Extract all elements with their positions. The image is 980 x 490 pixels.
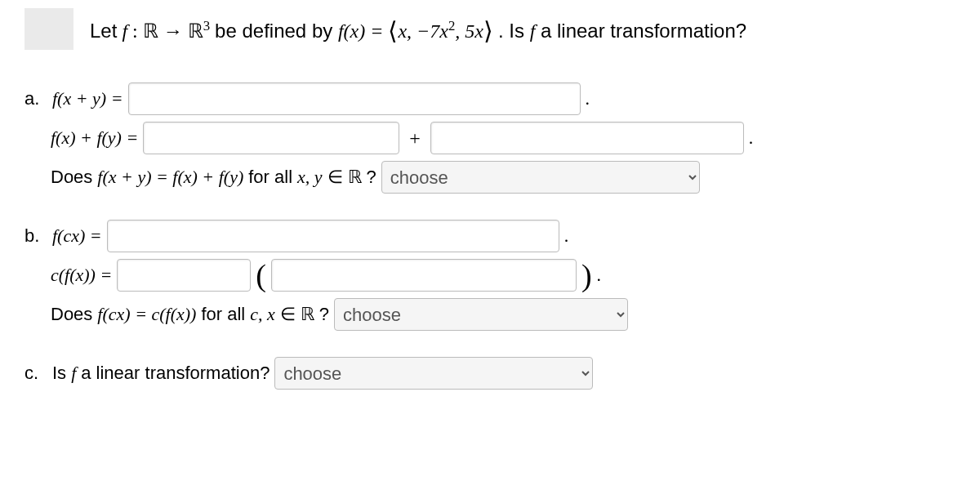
- part-c-label: c.: [24, 363, 47, 384]
- question-header: Let f : ℝ → ℝ3 be defined by f(x) = ⟨x, …: [24, 8, 956, 50]
- a-period-2: .: [749, 127, 754, 149]
- b-scalar-input[interactable]: [117, 259, 251, 292]
- c-choose-select[interactable]: choose: [274, 357, 593, 390]
- a-fy-input[interactable]: [430, 122, 744, 154]
- part-a-label: a.: [24, 88, 47, 109]
- a-line2-lhs: f(x) + f(y) =: [51, 127, 138, 149]
- a-line1-lhs: f(x + y) =: [52, 88, 123, 109]
- b-period-1: .: [564, 225, 569, 247]
- b-line2-lhs: c(f(x)) =: [51, 265, 112, 286]
- a-line3-eq: f(x + y) = f(x) + f(y): [97, 167, 243, 188]
- b-line3-eq: f(cx) = c(f(x)): [97, 304, 196, 325]
- a-fx-input[interactable]: [143, 122, 399, 154]
- a-period-1: .: [586, 88, 590, 109]
- part-b: b. f(cx) = . c(f(x)) = ( ). Does f(cx) =…: [24, 220, 956, 331]
- plus-sign: +: [409, 127, 421, 149]
- a-choose-select[interactable]: choose: [381, 161, 700, 194]
- header-prefix: Let: [90, 20, 117, 42]
- b-choose-select[interactable]: choose: [334, 298, 628, 331]
- a-fxy-input[interactable]: [128, 82, 581, 115]
- part-b-label: b.: [24, 225, 47, 247]
- part-c: c. Is f a linear transformation? choose: [24, 357, 956, 390]
- b-fcx-input[interactable]: [107, 220, 559, 252]
- part-a: a. f(x + y) = . f(x) + f(y) = + . Does f…: [24, 82, 956, 194]
- b-period-2: .: [597, 265, 602, 286]
- b-line1-lhs: f(cx) =: [52, 225, 102, 247]
- b-vector-input[interactable]: [271, 259, 577, 292]
